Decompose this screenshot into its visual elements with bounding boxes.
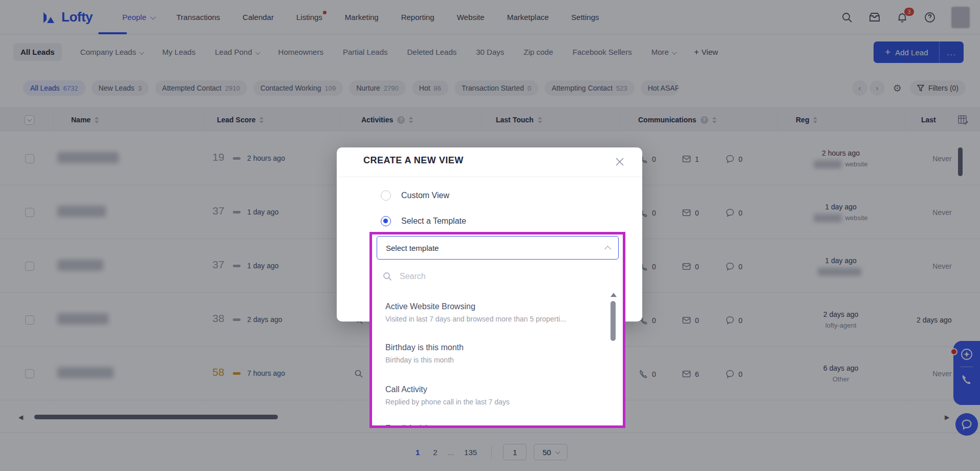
template-search[interactable] bbox=[382, 267, 602, 286]
radio-unselected-icon[interactable] bbox=[381, 190, 391, 201]
dropdown-scrollbar[interactable] bbox=[611, 301, 616, 341]
template-options-list: Active Website Browsing Visited in last … bbox=[372, 261, 623, 428]
dropdown-scroll-up-icon[interactable] bbox=[611, 293, 617, 297]
search-icon bbox=[382, 271, 393, 282]
template-option-active-website-browsing[interactable]: Active Website Browsing Visited in last … bbox=[385, 302, 590, 323]
radio-selected-icon[interactable] bbox=[381, 216, 391, 226]
template-option-email-activity[interactable]: Email Activity bbox=[385, 424, 590, 428]
modal-header-divider bbox=[337, 177, 642, 177]
template-select[interactable]: Select template bbox=[377, 236, 619, 260]
close-icon[interactable] bbox=[614, 156, 626, 168]
template-option-birthday[interactable]: Birthday is this month Birthday is this … bbox=[385, 343, 590, 364]
select-template-option[interactable]: Select a Template bbox=[381, 216, 466, 226]
template-dropdown-annotated: Select template Active Website Browsing … bbox=[369, 232, 625, 428]
template-option-call-activity[interactable]: Call Activity Replied by phone call in t… bbox=[385, 385, 590, 406]
lofty-crm-app: Lofty People Transactions Calendar Listi… bbox=[0, 0, 980, 471]
custom-view-option[interactable]: Custom View bbox=[381, 190, 449, 201]
chevron-up-icon bbox=[604, 246, 611, 252]
modal-title: CREATE A NEW VIEW bbox=[363, 155, 464, 166]
template-search-input[interactable] bbox=[400, 272, 574, 281]
